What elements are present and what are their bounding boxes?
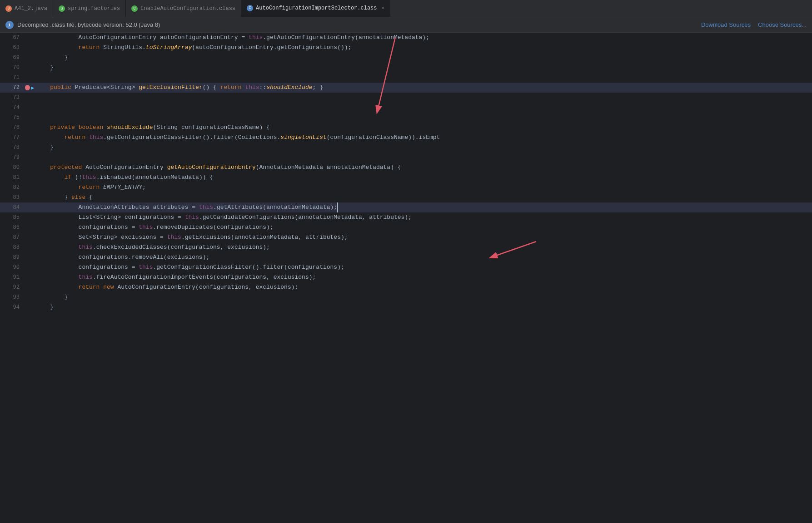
line-content: private boolean shouldExclude(String con…: [34, 123, 812, 133]
line-number: 88: [0, 242, 25, 252]
line-number: 80: [0, 163, 25, 173]
table-row: 85 List<String> configurations = this.ge…: [0, 212, 812, 222]
breakpoint-icon: [25, 85, 30, 90]
code-lines: 67 AutoConfigurationEntry autoConfigurat…: [0, 33, 812, 312]
line-marker: [25, 272, 34, 282]
line-content: return this.getConfigurationClassFilter(…: [34, 133, 812, 143]
line-content: public Predicate<String> getExclusionFil…: [34, 83, 812, 93]
table-row: 89 configurations.removeAll(exclusions);: [0, 252, 812, 262]
close-icon[interactable]: ✕: [382, 5, 385, 11]
table-row: 79: [0, 153, 812, 163]
table-row: 80 protected AutoConfigurationEntry getA…: [0, 163, 812, 173]
line-marker: [25, 232, 34, 242]
download-sources-link[interactable]: Download Sources: [701, 21, 751, 28]
line-number: 70: [0, 63, 25, 73]
line-marker: ▶: [25, 83, 34, 93]
line-content: AnnotationAttributes attributes = this.g…: [34, 202, 812, 212]
table-row: 88 this.checkExcludedClasses(configurati…: [0, 242, 812, 252]
line-marker: [25, 43, 34, 53]
line-content: [34, 103, 812, 113]
table-row: 81 if (!this.isEnabled(annotationMetadat…: [0, 173, 812, 183]
line-content: return StringUtils.toStringArray(autoCon…: [34, 43, 812, 53]
line-content: [34, 113, 812, 123]
line-marker: [25, 113, 34, 123]
line-number: 87: [0, 232, 25, 242]
line-number: 75: [0, 113, 25, 123]
line-marker: [25, 173, 34, 183]
line-number: 91: [0, 272, 25, 282]
line-marker: [25, 212, 34, 222]
line-number: 72: [0, 83, 25, 93]
line-marker: [25, 222, 34, 232]
table-row: 87 Set<String> exclusions = this.getExcl…: [0, 232, 812, 242]
table-row: 78 }: [0, 143, 812, 153]
line-marker: [25, 153, 34, 163]
line-content: this.fireAutoConfigurationImportEvents(c…: [34, 272, 812, 282]
line-number: 78: [0, 143, 25, 153]
line-marker: [25, 163, 34, 173]
line-number: 68: [0, 43, 25, 53]
table-row: 75: [0, 113, 812, 123]
line-content: }: [34, 53, 812, 63]
line-marker: [25, 252, 34, 262]
tab-a41[interactable]: J A41_2.java: [0, 0, 53, 17]
line-marker: [25, 292, 34, 302]
line-content: }: [34, 63, 812, 73]
line-marker: [25, 63, 34, 73]
line-number: 71: [0, 73, 25, 83]
line-marker: [25, 33, 34, 43]
line-number: 86: [0, 222, 25, 232]
line-marker: [25, 202, 34, 212]
line-number: 79: [0, 153, 25, 163]
table-row: 74: [0, 103, 812, 113]
tab-spring[interactable]: S spring.factories: [53, 0, 126, 17]
tab-enable[interactable]: C EnableAutoConfiguration.class: [126, 0, 241, 17]
line-number: 83: [0, 192, 25, 202]
line-number: 73: [0, 93, 25, 103]
line-number: 76: [0, 123, 25, 133]
line-content: return EMPTY_ENTRY;: [34, 183, 812, 192]
line-content: [34, 73, 812, 83]
info-actions: Download Sources Choose Sources...: [701, 21, 807, 28]
code-area: 67 AutoConfigurationEntry autoConfigurat…: [0, 33, 812, 523]
table-row: 68 return StringUtils.toStringArray(auto…: [0, 43, 812, 53]
line-number: 81: [0, 173, 25, 183]
line-marker: [25, 93, 34, 103]
line-marker: [25, 53, 34, 63]
line-content: [34, 153, 812, 163]
tab-icon-a41: J: [5, 5, 12, 12]
line-content: }: [34, 292, 812, 302]
table-row: 86 configurations = this.removeDuplicate…: [0, 222, 812, 232]
line-marker: [25, 242, 34, 252]
table-row: 84 AnnotationAttributes attributes = thi…: [0, 202, 812, 212]
tab-label-enable: EnableAutoConfiguration.class: [140, 5, 235, 12]
line-marker: [25, 143, 34, 153]
info-bar: i Decompiled .class file, bytecode versi…: [0, 17, 812, 33]
tab-icon-spring: S: [59, 5, 65, 12]
line-content: Set<String> exclusions = this.getExclusi…: [34, 232, 812, 242]
line-content: }: [34, 302, 812, 312]
line-number: 89: [0, 252, 25, 262]
line-number: 82: [0, 183, 25, 192]
line-content: } else {: [34, 192, 812, 202]
line-marker: [25, 183, 34, 192]
line-content: AutoConfigurationEntry autoConfiguration…: [34, 33, 812, 43]
arrow-icon: ▶: [31, 85, 34, 91]
tab-icon-auto: C: [247, 5, 253, 11]
tab-auto[interactable]: C AutoConfigurationImportSelector.class …: [241, 0, 390, 17]
line-marker: [25, 282, 34, 292]
line-content: if (!this.isEnabled(annotationMetadata))…: [34, 173, 812, 183]
line-number: 69: [0, 53, 25, 63]
code-content: 67 AutoConfigurationEntry autoConfigurat…: [0, 33, 812, 523]
choose-sources-link[interactable]: Choose Sources...: [758, 21, 807, 28]
tab-bar: J A41_2.java S spring.factories C Enable…: [0, 0, 812, 17]
table-row: 73: [0, 93, 812, 103]
table-row: 71: [0, 73, 812, 83]
line-content: this.checkExcludedClasses(configurations…: [34, 242, 812, 252]
line-number: 92: [0, 282, 25, 292]
line-content: List<String> configurations = this.getCa…: [34, 212, 812, 222]
table-row: 70 }: [0, 63, 812, 73]
table-row: 90 configurations = this.getConfiguratio…: [0, 262, 812, 272]
line-marker: [25, 73, 34, 83]
line-content: configurations.removeAll(exclusions);: [34, 252, 812, 262]
